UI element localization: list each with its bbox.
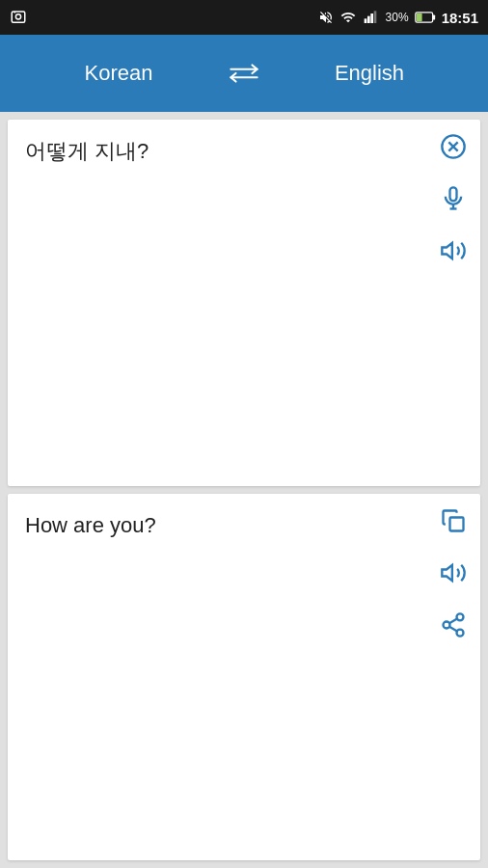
- svg-point-18: [457, 613, 464, 620]
- svg-line-21: [449, 627, 457, 632]
- status-bar: 30% 18:51: [0, 0, 488, 35]
- svg-marker-15: [442, 243, 452, 258]
- svg-rect-7: [432, 14, 435, 19]
- target-language-label[interactable]: English: [270, 61, 469, 86]
- clear-icon: [440, 133, 467, 160]
- target-panel: How are you?: [8, 494, 480, 860]
- svg-rect-4: [370, 14, 373, 23]
- status-bar-right: 30% 18:51: [318, 10, 478, 26]
- speaker-icon: [440, 237, 467, 264]
- source-panel-actions: [436, 129, 471, 268]
- svg-rect-12: [450, 187, 457, 201]
- svg-line-22: [449, 619, 457, 624]
- tts-target-button[interactable]: [436, 556, 471, 590]
- svg-point-1: [15, 14, 20, 19]
- share-icon: [440, 611, 467, 638]
- microphone-button[interactable]: [436, 181, 471, 216]
- mute-icon: [318, 10, 334, 25]
- source-language-label[interactable]: Korean: [19, 61, 218, 86]
- battery-icon: [415, 11, 436, 24]
- svg-rect-3: [367, 16, 370, 23]
- microphone-icon: [440, 185, 467, 212]
- photo-icon: [10, 9, 27, 26]
- svg-rect-0: [12, 12, 25, 22]
- status-bar-left: [10, 9, 27, 26]
- source-panel: 어떻게 지내?: [8, 120, 480, 486]
- toolbar: Korean English: [0, 35, 488, 112]
- main-content: 어떻게 지내?: [0, 112, 488, 868]
- source-text[interactable]: 어떻게 지내?: [25, 137, 427, 469]
- share-button[interactable]: [436, 608, 471, 642]
- svg-rect-2: [364, 18, 366, 23]
- speaker-target-icon: [440, 559, 467, 586]
- copy-button[interactable]: [436, 503, 471, 538]
- wifi-icon: [339, 10, 357, 25]
- svg-rect-16: [450, 518, 464, 531]
- svg-point-20: [457, 630, 464, 637]
- battery-percentage: 30%: [386, 11, 409, 24]
- signal-icon: [363, 10, 380, 25]
- svg-rect-8: [416, 14, 421, 21]
- target-panel-actions: [436, 503, 471, 642]
- clear-button[interactable]: [436, 129, 471, 164]
- svg-point-19: [444, 622, 450, 629]
- svg-rect-5: [373, 11, 376, 23]
- status-time: 18:51: [442, 10, 478, 26]
- copy-icon: [440, 507, 467, 534]
- svg-marker-17: [442, 565, 452, 581]
- swap-icon: [228, 62, 260, 85]
- swap-languages-button[interactable]: [218, 62, 270, 85]
- target-text: How are you?: [25, 511, 427, 843]
- tts-source-button[interactable]: [436, 233, 471, 268]
